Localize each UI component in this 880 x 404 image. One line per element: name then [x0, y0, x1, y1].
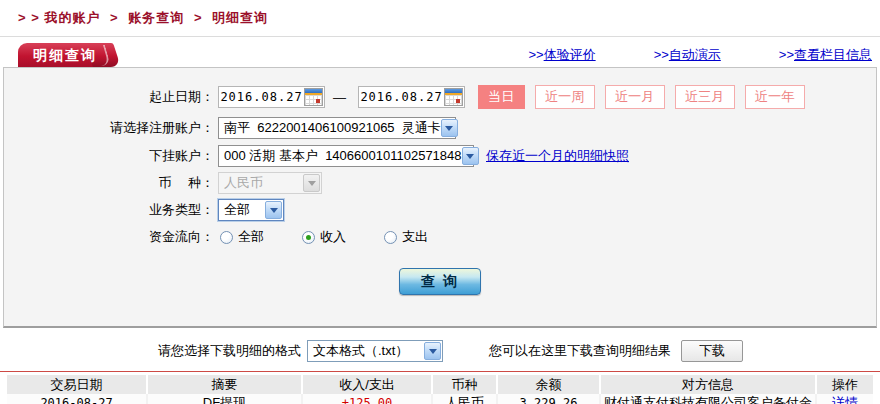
transaction-table: 交易日期 摘要 收入/支出 币种 余额 对方信息 操作 2016-08-27 D…	[7, 375, 873, 404]
page-title-tab: 明细查询	[18, 43, 103, 67]
link-label: 自动演示	[669, 47, 721, 62]
col-header-date: 交易日期	[7, 375, 147, 394]
col-header-action: 操作	[816, 375, 873, 394]
end-date-value[interactable]: 2016.08.27	[359, 90, 444, 104]
fund-flow-row: 资金流向： 全部 收入 支出	[4, 226, 876, 248]
registered-account-row: 请选择注册账户： 南平 6222001406100921065 灵通卡	[4, 117, 876, 139]
fund-flow-label: 资金流向：	[4, 228, 214, 246]
cell-counterparty: 财付通支付科技有限公司客户备付金	[600, 394, 816, 404]
top-links: >>体验评价 >>自动演示 >>查看栏目信息	[528, 46, 880, 64]
radio-flow-expense[interactable]: 支出	[384, 228, 428, 246]
download-hint: 您可以在这里下载查询明细结果	[489, 342, 671, 360]
table-row: 2016-08-27 DF提现 +125.00 人民币 3,229.26 财付通…	[7, 394, 873, 404]
currency-select-disabled: 人民币	[218, 172, 322, 194]
sub-account-row: 下挂账户： 000 活期 基本户 1406600101102571848 保存近…	[4, 145, 876, 167]
breadcrumb-item-account-query[interactable]: 账务查询	[128, 10, 184, 25]
quick-range-month-button[interactable]: 近一月	[605, 85, 665, 109]
save-monthly-snapshot-link[interactable]: 保存近一个月的明细快照	[486, 147, 629, 165]
radio-checked-icon[interactable]	[302, 231, 315, 244]
radio-flow-income[interactable]: 收入	[302, 228, 346, 246]
calendar-icon[interactable]	[444, 88, 463, 106]
link-prefix: >>	[779, 47, 794, 62]
registered-account-label: 请选择注册账户：	[4, 119, 214, 137]
download-button[interactable]: 下载	[681, 340, 743, 362]
quick-range-today-button[interactable]: 当日	[478, 85, 525, 109]
radio-label: 全部	[238, 228, 264, 246]
currency-row: 币 种： 人民币	[4, 172, 876, 194]
biz-type-select[interactable]: 全部	[218, 199, 284, 221]
link-experience-review[interactable]: >>体验评价	[528, 46, 595, 64]
currency-value: 人民币	[219, 174, 263, 192]
fund-flow-radios: 全部 收入 支出	[220, 228, 466, 246]
end-date-field[interactable]: 2016.08.27	[358, 86, 465, 108]
col-header-balance: 余额	[497, 375, 600, 394]
link-prefix: >>	[528, 47, 543, 62]
cell-balance: 3,229.26	[497, 394, 600, 404]
calendar-icon[interactable]	[304, 88, 323, 106]
chevron-down-icon[interactable]	[441, 119, 458, 137]
col-header-amount: 收入/支出	[302, 375, 432, 394]
col-header-currency: 币种	[432, 375, 497, 394]
radio-label: 支出	[402, 228, 428, 246]
date-range-label: 起止日期：	[4, 88, 214, 106]
registered-account-select[interactable]: 南平 6222001406100921065 灵通卡	[218, 117, 456, 139]
cell-amount: +125.00	[302, 394, 432, 404]
cell-summary: DF提现	[147, 394, 302, 404]
start-date-value[interactable]: 2016.08.27	[219, 90, 304, 104]
chevron-down-icon[interactable]	[424, 342, 441, 360]
quick-range-week-button[interactable]: 近一周	[535, 85, 595, 109]
link-auto-demo[interactable]: >>自动演示	[654, 46, 721, 64]
start-date-field[interactable]: 2016.08.27	[218, 86, 325, 108]
quick-range-buttons: 当日 近一周 近一月 近三月 近一年	[478, 85, 805, 109]
col-header-summary: 摘要	[147, 375, 302, 394]
detail-link[interactable]: 详情	[832, 395, 858, 404]
chevron-down-icon	[303, 174, 320, 192]
radio-icon[interactable]	[220, 231, 233, 244]
download-format-value: 文本格式（.txt）	[308, 342, 408, 360]
breadcrumb: > > 我的账户 > 账务查询 > 明细查询	[0, 0, 880, 27]
breadcrumb-item-my-account[interactable]: 我的账户	[44, 10, 100, 25]
col-header-counterparty: 对方信息	[600, 375, 816, 394]
chevron-down-icon[interactable]	[462, 147, 479, 165]
download-format-select[interactable]: 文本格式（.txt）	[307, 340, 443, 362]
download-format-label: 请您选择下载明细的格式	[158, 342, 301, 360]
cell-action: 详情	[816, 394, 873, 404]
breadcrumb-item-detail-query[interactable]: 明细查询	[212, 10, 268, 25]
table-header-row: 交易日期 摘要 收入/支出 币种 余额 对方信息 操作	[7, 375, 873, 394]
sub-account-label: 下挂账户：	[4, 147, 214, 165]
cell-date: 2016-08-27	[7, 394, 147, 404]
currency-label: 币 种：	[4, 174, 214, 192]
biz-type-value: 全部	[219, 201, 250, 219]
divider	[0, 36, 880, 37]
radio-icon[interactable]	[384, 231, 397, 244]
date-range-dash: —	[333, 90, 346, 105]
biz-type-row: 业务类型： 全部	[4, 199, 876, 221]
biz-type-label: 业务类型：	[4, 201, 214, 219]
chevron-down-icon[interactable]	[265, 201, 282, 219]
radio-label: 收入	[320, 228, 346, 246]
link-label: 体验评价	[544, 47, 596, 62]
quick-range-3months-button[interactable]: 近三月	[675, 85, 735, 109]
breadcrumb-separator: >	[110, 10, 119, 25]
cell-currency: 人民币	[432, 394, 497, 404]
query-button[interactable]: 查 询	[399, 268, 481, 295]
link-prefix: >>	[654, 47, 669, 62]
download-row: 请您选择下载明细的格式 文本格式（.txt） 您可以在这里下载查询明细结果 下载	[0, 339, 880, 363]
date-range-row: 起止日期： 2016.08.27 — 2016.08.27 当日 近一周 近一月…	[4, 85, 876, 109]
breadcrumb-separator: >	[194, 10, 203, 25]
sub-account-select[interactable]: 000 活期 基本户 1406600101102571848	[218, 145, 474, 167]
red-divider	[0, 371, 880, 372]
sub-account-value: 000 活期 基本户 1406600101102571848	[219, 147, 462, 165]
link-label: 查看栏目信息	[794, 47, 872, 62]
title-bar: 明细查询 >>体验评价 >>自动演示 >>查看栏目信息	[0, 43, 880, 67]
radio-flow-all[interactable]: 全部	[220, 228, 264, 246]
link-view-column-info[interactable]: >>查看栏目信息	[779, 46, 872, 64]
registered-account-value: 南平 6222001406100921065 灵通卡	[219, 119, 441, 137]
quick-range-year-button[interactable]: 近一年	[745, 85, 805, 109]
query-form-panel: 起止日期： 2016.08.27 — 2016.08.27 当日 近一周 近一月…	[3, 67, 877, 328]
breadcrumb-prefix: > >	[18, 10, 40, 25]
